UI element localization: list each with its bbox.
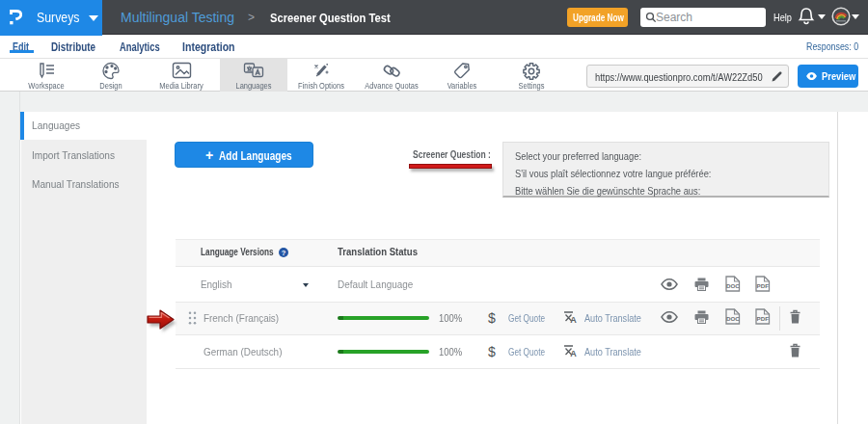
svg-text:?: ? xyxy=(282,249,286,257)
svg-text:A: A xyxy=(570,315,577,324)
svg-text:A: A xyxy=(570,349,577,358)
